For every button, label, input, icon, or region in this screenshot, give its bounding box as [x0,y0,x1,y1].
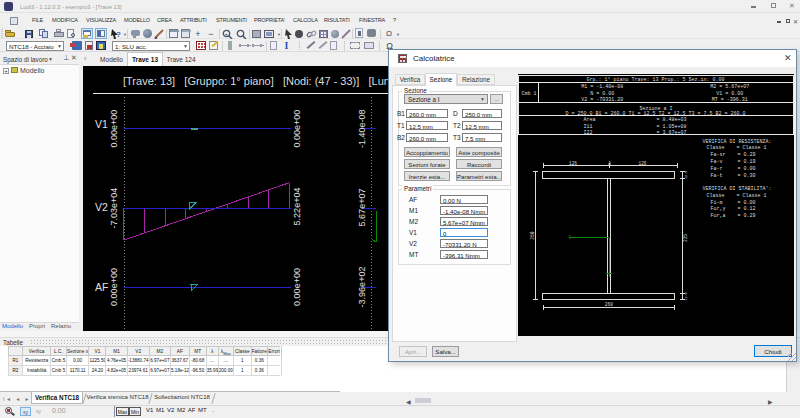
svg-text:126: 126 [569,161,577,166]
svg-text:I22: I22 [584,130,593,136]
svg-text:Fi-m = 0.00: Fi-m = 0.00 [711,200,756,206]
svg-text:-3.96e+02: -3.96e+02 [357,267,367,308]
svg-text:VERIFICA DI RESISTENZA:: VERIFICA DI RESISTENZA: [703,139,772,145]
svg-text:Fa-t = 0.30: Fa-t = 0.30 [711,173,756,179]
svg-text:126: 126 [638,161,646,166]
svg-text:V1: V1 [95,118,108,130]
svg-text:+: + [225,31,229,37]
svg-text:260: 260 [605,302,613,307]
svg-text:I11: I11 [584,124,593,130]
svg-text:N = 0.00: N = 0.00 [590,91,614,97]
svg-text:0.00e+00: 0.00e+00 [292,268,302,306]
svg-text:0.00e+00: 0.00e+00 [292,110,302,148]
svg-text:For,a = 0.29: For,a = 0.29 [711,213,756,219]
svg-text:Area: Area [584,117,596,123]
svg-text:5.22e+04: 5.22e+04 [292,188,302,226]
svg-text:For,y = 0.12: For,y = 0.12 [711,206,756,212]
svg-text:M2 = 5.67e+07: M2 = 5.67e+07 [710,84,749,90]
svg-text:0.00e+00: 0.00e+00 [109,110,119,148]
svg-text:250: 250 [530,231,535,239]
svg-text:0.00e+00: 0.00e+00 [109,268,119,306]
svg-text:?: ? [116,30,121,39]
svg-text:= 8.48e+03: = 8.48e+03 [657,117,687,123]
svg-text:Fa-v = 0.19: Fa-v = 0.19 [711,159,756,165]
svg-text:D = 250.0 B1 = 260.0 T1 = 12: D = 250.0 B1 = 260.0 T1 = 12.5 T2 = 12.5… [565,111,745,117]
svg-text:225: 225 [683,234,688,242]
svg-text:V1 = 0.00: V1 = 0.00 [716,91,743,97]
svg-text:Fa-r = 0.00: Fa-r = 0.00 [711,166,756,172]
svg-text:Classe = Classe 1: Classe = Classe 1 [707,145,767,151]
svg-text:MT = -396.31: MT = -396.31 [712,97,748,103]
svg-text:V2: V2 [95,201,108,213]
svg-text:-1.40e-08: -1.40e-08 [357,109,367,148]
svg-text:Fa-sr = 0.29: Fa-sr = 0.29 [711,152,756,158]
svg-text:Grp.: 1° piano Trave: 13 Pro: Grp.: 1° piano Trave: 13 Prop.: 5 Sez.in… [586,77,724,83]
svg-text:A: A [608,161,611,166]
svg-text:AF: AF [95,281,108,293]
svg-text:12.5: 12.5 [684,171,688,179]
svg-text:= 3.67e+07: = 3.67e+07 [657,130,687,136]
svg-text:= 1.05e+08: = 1.05e+08 [657,124,687,130]
svg-text:Cmb 1: Cmb 1 [522,91,537,97]
svg-text:G: G [569,235,572,240]
svg-text:M1 = -1.40e-08: M1 = -1.40e-08 [581,84,623,90]
svg-text:Classe = Classe 1: Classe = Classe 1 [707,193,767,199]
svg-text:V2 = -70331.20: V2 = -70331.20 [581,97,623,103]
svg-text:-7.03e+04: -7.03e+04 [109,188,119,229]
svg-text:VERIFICA DI STABILITA':: VERIFICA DI STABILITA': [703,186,772,192]
svg-text:12.5: 12.5 [684,292,688,300]
svg-text:5.67e+07: 5.67e+07 [357,189,367,227]
